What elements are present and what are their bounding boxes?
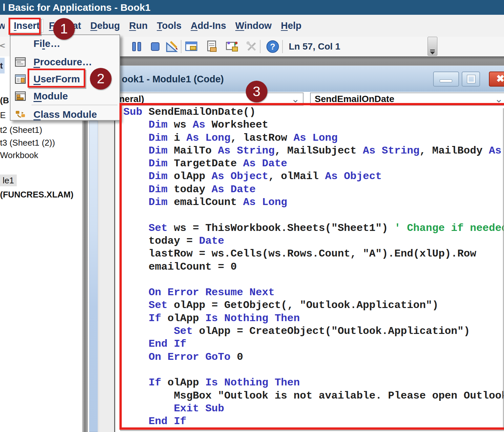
project-explorer-tab[interactable]: t	[0, 58, 5, 73]
userform-icon	[14, 73, 26, 85]
window-gap-strip	[98, 121, 114, 432]
procedure-dropdown[interactable]: SendEmailOnDate ⌄	[310, 93, 504, 106]
pause-icon[interactable]	[130, 40, 144, 53]
code-line: lastRow = ws.Cells(ws.Rows.Count, "A").E…	[123, 247, 504, 260]
code-line: Dim today As Date	[123, 183, 504, 196]
code-window-right-edge	[503, 108, 504, 429]
code-line: Set olApp = CreateObject("Outlook.Applic…	[123, 325, 504, 338]
menu-tools[interactable]: Tools	[157, 19, 181, 32]
menu-format[interactable]: Format	[49, 19, 81, 32]
toolbar-separator	[282, 40, 283, 53]
stop-icon[interactable]	[148, 40, 162, 53]
insert-menu-item-classmodule[interactable]: Class Module	[10, 106, 119, 123]
object-dropdown[interactable]: neral) ⌄	[117, 93, 304, 106]
project-explorer-icon[interactable]	[184, 40, 198, 53]
project-tree-item[interactable]: Workbook	[0, 149, 38, 161]
menu-insert[interactable]: Insert	[10, 19, 43, 32]
code-line: On Error Resume Next	[123, 286, 504, 299]
project-tree-item[interactable]: (B	[0, 94, 9, 106]
vba-editor-window: l Basic for Applications - Book1 wInsert…	[0, 0, 504, 432]
project-explorer-scrollbar[interactable]	[89, 121, 98, 432]
cursor-position: Ln 57, Col 1	[289, 37, 340, 56]
insert-menu-item-procedure[interactable]: Procedure…	[10, 53, 119, 71]
object-dropdown-value: neral)	[119, 94, 144, 104]
procedure-dropdown-value: SendEmailOnDate	[315, 94, 394, 104]
project-tree-item[interactable]: t2 (Sheet1)	[0, 124, 42, 136]
menu-separator	[32, 105, 117, 105]
insert-menu-item-label: Procedure…	[33, 56, 92, 68]
properties-window-icon[interactable]	[205, 40, 219, 53]
code-line	[123, 273, 504, 286]
help-icon[interactable]: ?	[266, 40, 280, 53]
chevron-down-icon: ⌄	[495, 93, 503, 105]
code-window-titlebar: ook1 - Module1 (Code) ✖	[115, 66, 504, 92]
window-title: l Basic for Applications - Book1	[3, 2, 151, 13]
code-line: Set ws = ThisWorkbook.Sheets("Sheet1") '…	[123, 222, 504, 235]
design-mode-icon[interactable]	[165, 40, 178, 53]
code-line: If olApp Is Nothing Then	[123, 376, 504, 389]
menu-window[interactable]: Window	[235, 19, 272, 32]
toolbox-icon[interactable]	[245, 40, 259, 53]
maximize-button[interactable]	[462, 72, 480, 87]
code-line: Dim emailCount As Long	[123, 196, 504, 209]
toolbar-overflow-icon	[430, 50, 435, 51]
maximize-icon	[467, 75, 475, 83]
insert-menu-item-file[interactable]: File…	[10, 35, 119, 52]
menu-w[interactable]: w	[0, 19, 5, 32]
title-bar: l Basic for Applications - Book1	[0, 0, 504, 15]
module-icon	[14, 90, 26, 102]
cut-icon[interactable]: ✂	[0, 39, 6, 53]
code-line: Dim MailTo As String, MailSubject As Str…	[123, 144, 504, 157]
code-line: Dim TargetDate As Date	[123, 157, 504, 170]
code-line: Dim ws As Worksheet	[123, 118, 504, 131]
menu-run[interactable]: Run	[129, 19, 148, 32]
class-module-icon	[14, 109, 26, 120]
code-line: Exit Sub	[123, 402, 504, 415]
code-line: today = Date	[123, 235, 504, 247]
mdi-top-strip	[114, 56, 504, 66]
code-line: End If	[123, 338, 504, 350]
window-frame-edge	[82, 121, 88, 432]
code-line: Dim olApp As Object, olMail As Object	[123, 170, 504, 183]
chevron-down-icon	[430, 51, 435, 54]
minimize-icon	[440, 79, 452, 82]
project-tree-item[interactable]: (FUNCRES.XLAM)	[0, 189, 74, 200]
insert-menu-item-module[interactable]: Module	[10, 88, 119, 105]
menu-help[interactable]: Help	[281, 19, 302, 32]
code-line: Set olApp = GetObject(, "Outlook.Applica…	[123, 299, 504, 312]
menu-addins[interactable]: Add-Ins	[191, 19, 226, 32]
project-tree-item[interactable]: E	[0, 109, 6, 121]
close-icon: ✖	[496, 73, 504, 84]
insert-menu-dropdown: Procedure…UserFormModuleClass ModuleFile…	[10, 34, 120, 121]
code-line	[123, 209, 504, 221]
minimize-button[interactable]	[433, 72, 459, 87]
insert-menu-item-label: File…	[33, 38, 60, 49]
toolbar-separator	[260, 40, 261, 53]
insert-menu-item-label: Module	[33, 91, 68, 102]
code-text[interactable]: Sub SendEmailOnDate() Dim ws As Workshee…	[123, 106, 504, 429]
code-window-title: ook1 - Module1 (Code)	[122, 66, 224, 92]
insert-menu-item-label: UserForm	[33, 73, 80, 85]
toolbar-separator	[181, 40, 181, 53]
insert-menu-item-userform[interactable]: UserForm	[10, 71, 119, 88]
close-button[interactable]: ✖	[489, 72, 504, 87]
code-line: Dim i As Long, lastRow As Long	[123, 132, 504, 144]
procedure-icon	[14, 56, 26, 68]
code-line: End If	[123, 415, 504, 428]
code-window-combo-row: neral) ⌄ SendEmailOnDate ⌄	[115, 92, 504, 106]
code-line: On Error GoTo 0	[123, 351, 504, 363]
insert-menu-item-label: Class Module	[33, 109, 97, 120]
svg-text:?: ?	[270, 42, 275, 51]
code-line: MsgBox "Outlook is not available. Please…	[123, 389, 504, 402]
toolbar-overflow-button[interactable]	[428, 37, 437, 56]
menu-debug[interactable]: Debug	[90, 19, 120, 32]
menu-bar-items: wInsertFormatDebugRunToolsAdd-InsWindowH…	[0, 19, 302, 32]
code-line	[123, 363, 504, 376]
code-line: Sub SendEmailOnDate()	[123, 106, 504, 118]
object-browser-icon[interactable]	[225, 40, 239, 53]
project-tree-item[interactable]: le1	[0, 175, 17, 186]
code-line: If olApp Is Nothing Then	[123, 312, 504, 325]
menu-bar: wInsertFormatDebugRunToolsAdd-InsWindowH…	[0, 15, 504, 37]
code-window: ook1 - Module1 (Code) ✖ neral) ⌄ SendEma…	[114, 66, 504, 432]
project-tree-item[interactable]: t3 (Sheet1 (2))	[0, 137, 55, 149]
